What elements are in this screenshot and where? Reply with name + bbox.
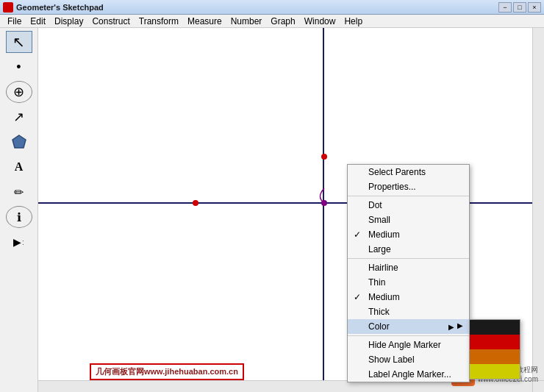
ctx-medium-weight[interactable]: Medium — [348, 290, 469, 304]
menu-transform[interactable]: Transform — [135, 15, 183, 27]
menu-window[interactable]: Window — [300, 15, 340, 27]
line-tool[interactable]: ↗ — [6, 106, 32, 128]
color-yellow[interactable] — [470, 364, 520, 379]
ctx-thin[interactable]: Thin — [348, 275, 469, 290]
point-top[interactable] — [321, 154, 327, 160]
ctx-separator-2 — [348, 258, 469, 259]
info-tool[interactable]: ℹ — [6, 206, 32, 228]
ctx-medium-size[interactable]: Medium — [348, 227, 469, 242]
main-area: ↖ • ⊕ ↗ A ✏ ℹ ▶: Select Parents Properti… — [0, 28, 544, 392]
color-black[interactable] — [470, 320, 520, 335]
menu-measure[interactable]: Measure — [183, 15, 226, 27]
ctx-hide-angle-marker[interactable]: Hide Angle Marker — [348, 338, 469, 352]
ctx-properties[interactable]: Properties... — [348, 179, 469, 194]
custom-tool[interactable]: ▶: — [6, 231, 32, 253]
ctx-thick[interactable]: Thick — [348, 304, 469, 319]
angle-marker — [310, 182, 340, 212]
menu-file[interactable]: File — [3, 15, 26, 27]
color-red[interactable] — [470, 335, 520, 349]
ctx-color[interactable]: Color ▶ — [348, 319, 469, 334]
compass-tool[interactable]: ⊕ — [6, 81, 32, 103]
context-menu: Select Parents Properties... Dot Small M… — [347, 164, 470, 382]
menu-number[interactable]: Number — [226, 15, 267, 27]
menu-display[interactable]: Display — [50, 15, 87, 27]
window-controls[interactable]: − □ × — [498, 2, 541, 13]
maximize-button[interactable]: □ — [513, 2, 526, 13]
site-watermark: 几何画板官网www.jihehuaban.com.cn — [90, 363, 244, 380]
polygon-tool[interactable] — [6, 131, 32, 153]
toolbar: ↖ • ⊕ ↗ A ✏ ℹ ▶: — [0, 28, 38, 392]
color-orange[interactable] — [470, 349, 520, 364]
menu-help[interactable]: Help — [340, 15, 367, 27]
title-bar: Geometer's Sketchpad − □ × — [0, 0, 544, 15]
ctx-separator-3 — [348, 335, 469, 336]
ctx-show-label[interactable]: Show Label — [348, 352, 469, 367]
menu-construct[interactable]: Construct — [87, 15, 134, 27]
ctx-small[interactable]: Small — [348, 213, 469, 227]
point-tool[interactable]: • — [6, 56, 32, 78]
color-submenu — [469, 319, 520, 379]
ctx-select-parents[interactable]: Select Parents — [348, 165, 469, 179]
ctx-label-angle-marker[interactable]: Label Angle Marker... — [348, 367, 469, 382]
menu-edit[interactable]: Edit — [26, 15, 50, 27]
menu-bar: File Edit Display Construct Transform Me… — [0, 15, 544, 28]
minimize-button[interactable]: − — [498, 2, 512, 13]
svg-marker-0 — [12, 135, 26, 148]
close-button[interactable]: × — [528, 2, 541, 13]
ctx-dot[interactable]: Dot — [348, 198, 469, 213]
canvas-area[interactable]: Select Parents Properties... Dot Small M… — [38, 28, 544, 392]
app-icon — [3, 2, 13, 13]
pencil-tool[interactable]: ✏ — [6, 181, 32, 203]
title-text: Geometer's Sketchpad — [16, 3, 495, 12]
vertical-scrollbar[interactable] — [532, 28, 544, 380]
point-origin[interactable] — [321, 200, 327, 206]
ctx-hairline[interactable]: Hairline — [348, 260, 469, 275]
vertical-axis — [323, 28, 324, 392]
text-tool[interactable]: A — [6, 156, 32, 178]
ctx-separator-1 — [348, 196, 469, 196]
point-left[interactable] — [193, 200, 198, 206]
ctx-large[interactable]: Large — [348, 242, 469, 257]
menu-graph[interactable]: Graph — [266, 15, 299, 27]
select-tool[interactable]: ↖ — [6, 31, 32, 53]
